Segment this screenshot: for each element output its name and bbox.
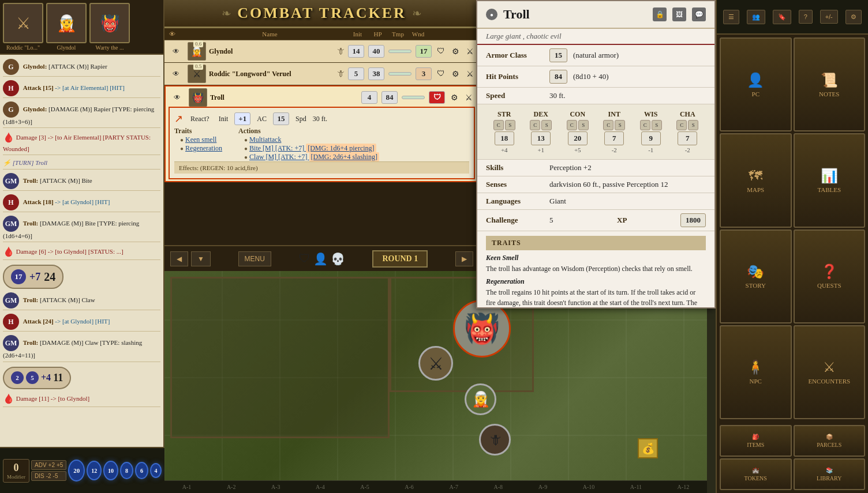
roddic-init[interactable]: 5	[348, 67, 364, 80]
die-d12[interactable]: 12	[87, 461, 102, 480]
glyndol-init[interactable]: 14	[348, 45, 364, 58]
roddic-hp[interactable]: 38	[368, 67, 384, 80]
avatar-warty[interactable]: 👹 Warty the ...	[89, 3, 130, 51]
elf-token-img: 🧝	[472, 390, 490, 408]
dex-c-btn[interactable]: C	[530, 120, 540, 130]
tracker-deco-right: ❧	[412, 6, 422, 20]
nav-pc[interactable]: 👤 PC	[720, 37, 792, 131]
troll-tmp[interactable]	[402, 96, 425, 99]
map-token-rogue[interactable]: 🗡	[479, 424, 511, 456]
roddic-vis-btn[interactable]: 👁	[167, 70, 185, 78]
map-token-fighter[interactable]: ⚔	[418, 346, 453, 381]
glyndol-shield-icon[interactable]: 🛡	[435, 45, 447, 58]
cha-c-btn[interactable]: C	[676, 120, 687, 130]
int-c-btn[interactable]: C	[603, 120, 613, 130]
avatar-roddic[interactable]: ⚔ Roddic "Lo..."	[3, 3, 43, 51]
combatant-glyndol[interactable]: 0.6 👁 🧝 Glyndol 🗡 14 40 17 🛡 ⚙ ⚔	[164, 40, 479, 63]
cha-s-btn[interactable]: S	[688, 120, 698, 130]
glyndol-tmp[interactable]	[388, 50, 411, 53]
roddic-shield-icon[interactable]: 🛡	[435, 67, 447, 80]
nav-tokens[interactable]: 🏰 TOKENS	[720, 458, 792, 490]
nav-maps[interactable]: 🗺 MAPS	[720, 133, 792, 227]
wis-s-btn[interactable]: S	[652, 120, 662, 130]
right-btn-menu[interactable]: ☰	[723, 10, 739, 24]
wis-c-btn[interactable]: C	[640, 120, 650, 130]
round-nav-down[interactable]: ▼	[191, 251, 211, 266]
map-token-troll[interactable]: 👹	[453, 300, 511, 357]
troll-ac[interactable]: 15	[273, 112, 289, 125]
roll-dice-2a: 2	[11, 371, 24, 384]
troll-trait1-link[interactable]: Keen smell	[185, 136, 216, 144]
roddic-settings-icon[interactable]: ⚙	[449, 67, 462, 80]
glyndol-settings-icon[interactable]: ⚙	[449, 45, 462, 58]
troll-vis-btn[interactable]: 👁	[169, 93, 186, 102]
avatar-glyndol[interactable]: 🧝 Glyndol	[46, 3, 87, 51]
troll-action2-link[interactable]: Bite [M] [ATK: +7] [DMG: 1d6+4 piercing]	[249, 144, 376, 153]
roddic-sword-action-icon[interactable]: ⚔	[463, 67, 476, 80]
troll-trait2-link[interactable]: Regeneration	[185, 144, 222, 152]
nav-library[interactable]: 📚 LIBRARY	[794, 458, 866, 490]
troll-hp[interactable]: 84	[381, 91, 398, 104]
notes-icon: 📜	[821, 72, 838, 88]
languages-val: Giant	[549, 197, 566, 206]
menu-button[interactable]: MENU	[238, 251, 271, 266]
right-btn-users[interactable]: 👥	[747, 10, 765, 24]
troll-portrait-icon[interactable]: 🖼	[672, 7, 686, 21]
con-c-btn[interactable]: C	[567, 120, 577, 130]
troll-action3-link[interactable]: Claw [M] [ATK: +7] [DMG: 2d6+4 slashing]	[249, 152, 379, 161]
round-nav-left[interactable]: ◀	[170, 251, 188, 266]
int-s-btn[interactable]: S	[615, 120, 625, 130]
nav-parcels[interactable]: 📦 PARCELS	[794, 425, 866, 457]
str-c-btn[interactable]: C	[493, 120, 504, 130]
nav-encounters[interactable]: ⚔ ENCOUNTERS	[794, 325, 866, 419]
troll-wnd-icon: 🛡	[429, 91, 445, 104]
glyndol-wnd[interactable]: 17	[416, 45, 432, 58]
troll-action1-link[interactable]: Multiattack	[249, 136, 281, 144]
die-d6[interactable]: 6	[135, 462, 148, 479]
troll-sword-action-icon[interactable]: ⚔	[462, 91, 475, 104]
languages-label: Languages	[486, 197, 544, 206]
nav-notes[interactable]: 📜 NOTES	[794, 37, 866, 131]
glyndol-name: Glyndol	[209, 47, 336, 56]
story-label: STORY	[746, 282, 766, 289]
troll-chat-icon[interactable]: 💬	[692, 7, 706, 21]
dex-s-btn[interactable]: S	[541, 120, 552, 130]
regen-title: Regeneration	[486, 277, 706, 286]
map-token-elf[interactable]: 🧝	[465, 383, 496, 415]
advantage-button[interactable]: ADV+2+5	[31, 460, 66, 470]
die-d8[interactable]: 8	[120, 462, 133, 479]
glyndol-hp[interactable]: 40	[368, 45, 384, 58]
left-panel: ⚔ Roddic "Lo..." 🧝 Glyndol 👹 Warty the .…	[0, 0, 164, 493]
nav-story[interactable]: 🎭 STORY	[720, 229, 792, 323]
die-d10[interactable]: 10	[103, 461, 118, 480]
nav-npc[interactable]: 🧍 NPC	[720, 325, 792, 419]
troll-init2[interactable]: +1	[234, 112, 250, 125]
right-btn-help[interactable]: ?	[799, 10, 813, 24]
nav-tables[interactable]: 📊 TABLES	[794, 133, 866, 227]
nav-quests[interactable]: ❓ QUESTS	[794, 229, 866, 323]
map-chest[interactable]: 💰	[638, 438, 658, 458]
glyndol-vis-btn[interactable]: 👁	[167, 47, 185, 56]
troll-init[interactable]: 4	[361, 91, 377, 104]
challenge-val: 5	[549, 216, 553, 225]
nav-items[interactable]: 🎒 ITEMS	[720, 425, 792, 457]
con-s-btn[interactable]: S	[578, 120, 589, 130]
str-s-btn[interactable]: S	[505, 120, 515, 130]
die-d4[interactable]: 4	[150, 463, 162, 478]
roddic-wnd[interactable]: 3	[416, 67, 432, 80]
right-btn-settings[interactable]: ⚙	[845, 10, 862, 24]
troll-settings-icon[interactable]: ⚙	[448, 91, 461, 104]
right-btn-plus-minus[interactable]: +/-	[820, 10, 838, 24]
glyndol-sword-action-icon[interactable]: ⚔	[463, 45, 476, 58]
disadvantage-button[interactable]: DIS-2-5	[31, 471, 66, 481]
con-cs-btns: C S	[567, 120, 589, 130]
troll-lock-icon[interactable]: 🔒	[653, 7, 667, 21]
combatant-roddic[interactable]: 0.5 👁 ⚔ Roddic "Longword" Veruel 🗡 5 38 …	[164, 63, 479, 85]
right-btn-bookmark[interactable]: 🔖	[773, 10, 791, 24]
die-d20[interactable]: 20	[68, 460, 85, 481]
troll-close-button[interactable]: ●	[486, 9, 497, 20]
roddic-tmp[interactable]	[388, 72, 411, 76]
roll-total-2: 11	[53, 371, 63, 385]
round-nav-right[interactable]: ▶	[455, 251, 473, 266]
combatant-troll[interactable]: 👁 👹 Troll 4 84 🛡 ⚙ ⚔ ↗ React? Init +1 AC	[164, 85, 479, 182]
